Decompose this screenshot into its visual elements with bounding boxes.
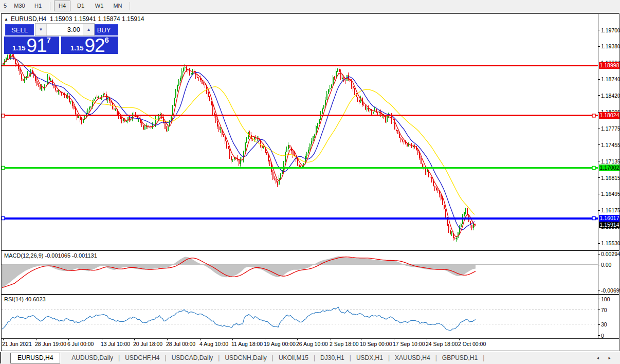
price-tick-label: 1.18420 xyxy=(601,93,620,99)
sell-price-big: 91 xyxy=(26,38,46,53)
price-tick-label: 1.17775 xyxy=(601,125,620,132)
volume-input[interactable]: 3.00 xyxy=(47,24,83,35)
date-label: 2 Oct 00:00 xyxy=(458,341,486,347)
window-border-right xyxy=(619,13,619,351)
sell-button[interactable]: SELL xyxy=(5,24,34,35)
fast-ma-line xyxy=(3,56,475,236)
date-label: 28 Jun 19:00 xyxy=(35,341,66,347)
buy-price-big: 92 xyxy=(84,38,104,53)
price-scale-line xyxy=(598,13,598,338)
macd-tick-label: 0.00 xyxy=(601,262,611,268)
sell-price-pip: 7 xyxy=(47,37,51,43)
date-label: 26 Aug 10:00 xyxy=(296,341,328,347)
window-border-left xyxy=(1,13,2,351)
price-tick-label: 1.16815 xyxy=(601,175,620,181)
sell-quote[interactable]: 1.15 91 7 xyxy=(4,37,59,54)
volume-decrease-button[interactable]: ▼ xyxy=(35,24,47,35)
date-label: 11 Aug 18:00 xyxy=(231,341,263,347)
chart-title: ▲EURUSD,H4 1.15903 1.15941 1.15874 1.159… xyxy=(4,15,144,23)
price-tick-label: 1.17455 xyxy=(601,142,620,148)
buy-price-pip: 6 xyxy=(105,37,109,43)
date-axis[interactable]: 21 Jun 202128 Jun 19:006 Jul 00:0013 Jul… xyxy=(0,339,620,351)
macd-histogram xyxy=(2,257,476,288)
date-label: 2 Sep 18:00 xyxy=(330,341,359,347)
macd-tick-label: -0.00699 xyxy=(601,287,620,294)
one-click-trade-panel: SELL ▼ 3.00 ▲ BUY 1.15 91 7 1.15 92 6 xyxy=(4,23,118,54)
level-price-label: 1.16017 xyxy=(599,215,620,222)
price-tick-label: 1.19700 xyxy=(601,27,620,33)
date-label: 21 Jun 2021 xyxy=(2,341,32,347)
buy-price-prefix: 1.15 xyxy=(70,43,83,53)
rsi-label: RSI(14) 40.6023 xyxy=(4,296,46,302)
date-label: 10 Sep 00:00 xyxy=(360,341,392,347)
triangle-down-icon: ▼ xyxy=(39,27,43,32)
level-price-label: 1.17002 xyxy=(599,165,620,171)
window-border-top xyxy=(1,13,619,14)
price-tick-label: 1.19380 xyxy=(601,43,620,49)
date-label: 28 Jul 00:00 xyxy=(166,341,195,347)
date-label: 17 Sep 10:00 xyxy=(393,341,425,347)
price-tick-label: 1.16175 xyxy=(601,207,620,213)
mt4-terminal: 5M30H1H4D1W1MN ▲EURUSD,H4 1.15903 1.1594… xyxy=(0,0,620,364)
date-label: 4 Aug 10:00 xyxy=(199,341,228,347)
price-tick-label: 1.16495 xyxy=(601,191,620,197)
macd-tick-label: 0.00294 xyxy=(601,251,620,257)
rsi-tick-label: 30 xyxy=(601,321,607,327)
date-label: 13 Jul 10:00 xyxy=(101,341,130,347)
level-price-label: 1.18024 xyxy=(599,112,620,119)
date-label: 19 Aug 00:00 xyxy=(264,341,296,347)
chart-title-symbol: EURUSD,H4 xyxy=(11,15,46,23)
symbol-marker-icon: ▲ xyxy=(4,17,8,22)
price-tick-label: 1.18740 xyxy=(601,76,620,82)
date-label: 6 Jul 00:00 xyxy=(67,341,94,347)
volume-increase-button[interactable]: ▲ xyxy=(83,24,94,35)
macd-label: MACD(12,26,9) -0.001065 -0.001131 xyxy=(4,252,97,259)
rsi-tick-label: 70 xyxy=(601,307,607,313)
date-axis-line xyxy=(2,338,619,339)
buy-quote[interactable]: 1.15 92 6 xyxy=(61,37,118,54)
price-tick-label: 1.17135 xyxy=(601,158,620,165)
macd-splitter[interactable] xyxy=(2,250,619,251)
date-label: 24 Sep 18:00 xyxy=(426,341,458,347)
rsi-line xyxy=(2,307,476,331)
chart-title-ohlc: 1.15903 1.15941 1.15874 1.15914 xyxy=(50,15,144,23)
rsi-splitter[interactable] xyxy=(2,294,619,295)
price-tick-label: 1.15530 xyxy=(601,240,620,246)
date-label: 20 Jul 18:00 xyxy=(133,341,162,347)
sell-price-prefix: 1.15 xyxy=(12,43,25,53)
current-price-label: 1.15914 xyxy=(599,222,620,228)
price-scale[interactable]: 1.197001.193801.190601.187401.184201.180… xyxy=(598,13,620,338)
triangle-up-icon: ▲ xyxy=(87,27,91,32)
volume-stepper: ▼ 3.00 ▲ xyxy=(35,23,95,36)
window-border-bottom xyxy=(1,351,619,351)
rsi-tick-label: 100 xyxy=(601,296,610,302)
slow-ma-line xyxy=(3,58,475,215)
level-price-label: 1.18998 xyxy=(599,62,620,69)
